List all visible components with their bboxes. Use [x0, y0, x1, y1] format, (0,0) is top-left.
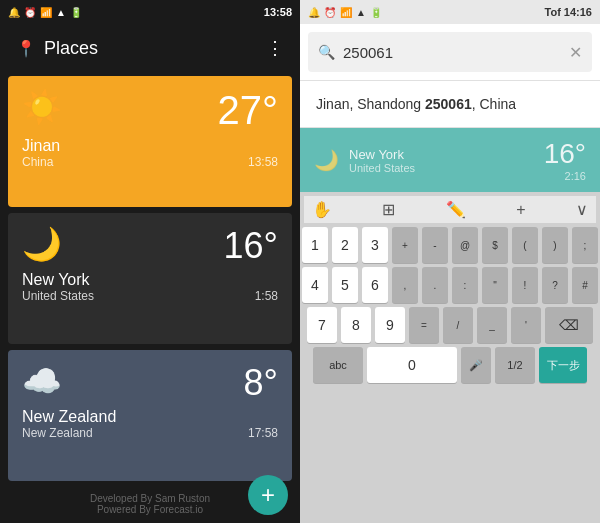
kb-tool-plus[interactable]: + [516, 201, 525, 219]
kb-key-equals[interactable]: = [409, 307, 439, 343]
time-jinan: 13:58 [248, 155, 278, 169]
kb-key-5[interactable]: 5 [332, 267, 358, 303]
alarm-icon: ⏰ [24, 7, 36, 18]
kb-key-next[interactable]: 下一步 [539, 347, 587, 383]
kb-key-half[interactable]: 1/2 [495, 347, 535, 383]
kb-key-semicolon[interactable]: ; [572, 227, 598, 263]
preview-weather-icon: 🌙 [314, 148, 339, 172]
search-box-container: 🔍 250061 ✕ [300, 24, 600, 81]
kb-key-1[interactable]: 1 [302, 227, 328, 263]
weather-card-new-york[interactable]: 🌙 16° New York United States 1:58 [8, 213, 292, 344]
preview-city-name: New York [349, 147, 415, 162]
time-new-york: 1:58 [255, 289, 278, 303]
kb-row-4: abc 0 🎤 1/2 下一步 [304, 347, 596, 383]
city-name-jinan: Jinan [22, 137, 60, 155]
kb-row-1: 1 2 3 + - @ $ ( ) ; [304, 227, 596, 263]
search-result-item[interactable]: Jinan, Shandong 250061, China [300, 81, 600, 128]
r-signal-icon: ▲ [356, 7, 366, 18]
kb-row-3: 7 8 9 = / _ ' ⌫ [304, 307, 596, 343]
kb-key-underscore[interactable]: _ [477, 307, 507, 343]
search-box[interactable]: 🔍 250061 ✕ [308, 32, 592, 72]
card-top-new-york: 🌙 16° [22, 225, 278, 267]
kb-key-colon[interactable]: : [452, 267, 478, 303]
kb-key-quote[interactable]: " [482, 267, 508, 303]
preview-time: 2:16 [544, 170, 586, 182]
kb-key-question[interactable]: ? [542, 267, 568, 303]
time-new-zealand: 17:58 [248, 426, 278, 440]
kb-key-3[interactable]: 3 [362, 227, 388, 263]
weather-card-new-zealand[interactable]: ☁️ 8° New Zealand New Zealand 17:58 [8, 350, 292, 481]
kb-key-abc[interactable]: abc [313, 347, 363, 383]
r-wifi-icon: 📶 [340, 7, 352, 18]
footer: Developed By Sam Ruston Powered By Forec… [0, 485, 300, 523]
card-top-new-zealand: ☁️ 8° [22, 362, 278, 404]
keyboard: ✋ ⊞ ✏️ + ∨ 1 2 3 + - @ $ ( ) ; 4 5 6 , .… [300, 192, 600, 523]
kb-key-backspace[interactable]: ⌫ [545, 307, 593, 343]
left-status-icons: 🔔 ⏰ 📶 ▲ 🔋 [8, 7, 82, 18]
status-time-right: Tof 14:16 [545, 6, 592, 18]
signal-icon: ▲ [56, 7, 66, 18]
footer-line2: Powered By Forecast.io [8, 504, 292, 515]
temperature-jinan: 27° [218, 88, 279, 133]
kb-key-plus[interactable]: + [392, 227, 418, 263]
clear-search-icon[interactable]: ✕ [569, 43, 582, 62]
right-panel: 🔔 ⏰ 📶 ▲ 🔋 Tof 14:16 🔍 250061 ✕ Jinan, Sh… [300, 0, 600, 523]
kb-key-hash[interactable]: # [572, 267, 598, 303]
result-prefix: Jinan, Shandong [316, 96, 425, 112]
kb-key-closeparen[interactable]: ) [542, 227, 568, 263]
kb-key-8[interactable]: 8 [341, 307, 371, 343]
city-info-new-york: New York United States [22, 271, 94, 303]
card-bottom-new-york: New York United States 1:58 [22, 271, 278, 303]
card-bottom-new-zealand: New Zealand New Zealand 17:58 [22, 408, 278, 440]
kb-key-4[interactable]: 4 [302, 267, 328, 303]
kb-tool-grid[interactable]: ⊞ [382, 200, 395, 219]
temperature-new-zealand: 8° [244, 362, 278, 404]
kb-key-exclaim[interactable]: ! [512, 267, 538, 303]
status-bar-left: 🔔 ⏰ 📶 ▲ 🔋 13:58 [0, 0, 300, 24]
kb-key-slash[interactable]: / [443, 307, 473, 343]
fab-add-button[interactable]: + [248, 475, 288, 515]
r-battery-icon: 🔋 [370, 7, 382, 18]
city-name-new-zealand: New Zealand [22, 408, 116, 426]
notification-icon: 🔔 [8, 7, 20, 18]
weather-cards-list: ☀️ 27° Jinan China 13:58 🌙 16° New York … [0, 72, 300, 485]
kb-tool-chevron[interactable]: ∨ [576, 200, 588, 219]
preview-country: United States [349, 162, 415, 174]
kb-tool-cursor[interactable]: ✋ [312, 200, 332, 219]
kb-key-dot[interactable]: . [422, 267, 448, 303]
location-icon: 📍 [16, 39, 36, 58]
kb-key-7[interactable]: 7 [307, 307, 337, 343]
kb-key-dollar[interactable]: $ [482, 227, 508, 263]
preview-temperature: 16° [544, 138, 586, 170]
weather-icon-new-zealand: ☁️ [22, 362, 62, 400]
kb-key-openparen[interactable]: ( [512, 227, 538, 263]
weather-card-jinan[interactable]: ☀️ 27° Jinan China 13:58 [8, 76, 292, 207]
kb-key-apostrophe[interactable]: ' [511, 307, 541, 343]
city-info-new-zealand: New Zealand New Zealand [22, 408, 116, 440]
kb-key-6[interactable]: 6 [362, 267, 388, 303]
preview-city-info: New York United States [349, 147, 415, 174]
status-time-left: 13:58 [264, 6, 292, 18]
keyboard-toolbar: ✋ ⊞ ✏️ + ∨ [304, 196, 596, 223]
kb-key-2[interactable]: 2 [332, 227, 358, 263]
header-left: 📍 Places [16, 38, 98, 59]
search-query[interactable]: 250061 [343, 44, 561, 61]
card-bottom-jinan: Jinan China 13:58 [22, 137, 278, 169]
kb-key-minus[interactable]: - [422, 227, 448, 263]
more-menu-icon[interactable]: ⋮ [266, 37, 284, 59]
kb-key-0[interactable]: 0 [367, 347, 457, 383]
app-header: 📍 Places ⋮ [0, 24, 300, 72]
temperature-new-york: 16° [224, 225, 278, 267]
kb-tool-edit[interactable]: ✏️ [446, 200, 466, 219]
kb-key-at[interactable]: @ [452, 227, 478, 263]
preview-left: 🌙 New York United States [314, 147, 415, 174]
kb-key-comma[interactable]: , [392, 267, 418, 303]
result-suffix: , China [472, 96, 516, 112]
wifi-icon: 📶 [40, 7, 52, 18]
right-status-icons: 🔔 ⏰ 📶 ▲ 🔋 [308, 7, 382, 18]
search-icon: 🔍 [318, 44, 335, 60]
city-name-new-york: New York [22, 271, 94, 289]
kb-key-mic[interactable]: 🎤 [461, 347, 491, 383]
kb-key-9[interactable]: 9 [375, 307, 405, 343]
country-jinan: China [22, 155, 60, 169]
